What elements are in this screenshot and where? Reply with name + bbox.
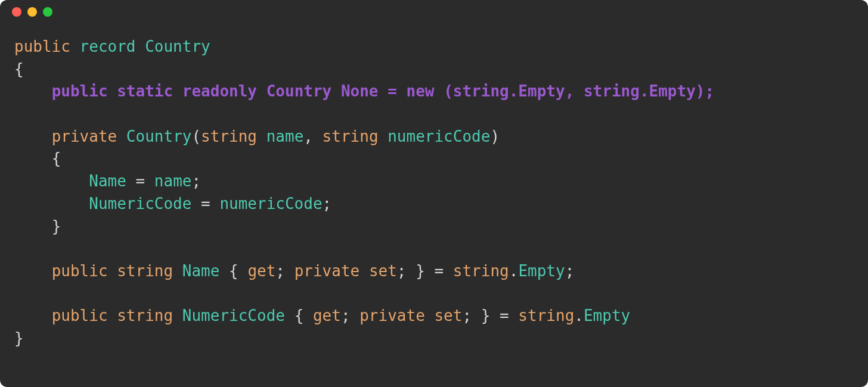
semi: ; <box>191 172 201 190</box>
semi: ; <box>275 262 285 280</box>
brace: } <box>416 262 425 280</box>
type-string: string <box>201 127 257 145</box>
semi: ; <box>565 262 575 280</box>
param-numericcode: numericCode <box>388 127 490 145</box>
keyword-private: private <box>294 262 360 280</box>
type-string: string <box>117 262 173 280</box>
keyword-set: set <box>369 262 397 280</box>
titlebar <box>0 0 868 24</box>
keyword-new: new <box>407 82 435 100</box>
brace: { <box>229 262 238 280</box>
dot: . <box>574 307 584 324</box>
keyword-set: set <box>434 307 462 324</box>
type-country: Country <box>266 82 332 100</box>
type-string: string <box>518 307 574 324</box>
brace: { <box>14 60 24 78</box>
semi: ; <box>705 82 714 100</box>
op-eq: = <box>388 82 397 100</box>
code-window: public record Country { public static re… <box>0 0 868 387</box>
semi: ; <box>397 262 407 280</box>
dot: . <box>640 82 649 100</box>
brace: { <box>294 307 304 324</box>
prop-empty: Empty <box>584 307 630 324</box>
minimize-icon[interactable] <box>27 7 37 17</box>
keyword-static: static <box>117 82 173 100</box>
brace: { <box>52 149 61 167</box>
param-name: name <box>266 127 304 145</box>
brace: } <box>481 307 491 324</box>
keyword-public: public <box>52 262 108 280</box>
semi: ; <box>341 307 351 324</box>
paren: ( <box>191 127 201 145</box>
dot: . <box>509 82 519 100</box>
type-country: Country <box>126 127 192 145</box>
prop-name: Name <box>89 172 126 190</box>
paren: ) <box>696 82 705 100</box>
keyword-readonly: readonly <box>182 82 257 100</box>
type-string: string <box>323 127 379 145</box>
field-none: None <box>341 82 379 100</box>
close-icon[interactable] <box>12 7 21 17</box>
prop-numericcode: NumericCode <box>182 307 285 324</box>
brace: } <box>52 217 61 235</box>
keyword-public: public <box>14 38 70 55</box>
paren: ( <box>444 82 453 100</box>
keyword-record: record <box>80 38 136 55</box>
keyword-private: private <box>52 127 117 145</box>
maximize-icon[interactable] <box>43 7 52 17</box>
type-string: string <box>117 307 173 324</box>
param-numericcode: numericCode <box>219 195 322 213</box>
paren: ) <box>490 127 500 145</box>
op-eq: = <box>434 262 444 280</box>
keyword-get: get <box>247 262 275 280</box>
keyword-public: public <box>52 82 108 100</box>
type-country: Country <box>145 38 210 55</box>
param-name: name <box>154 172 192 190</box>
op-eq: = <box>201 195 210 213</box>
code-editor[interactable]: public record Country { public static re… <box>0 24 868 364</box>
semi: ; <box>323 195 332 213</box>
type-string: string <box>453 262 509 280</box>
semi: ; <box>462 307 472 324</box>
type-string: string <box>453 82 509 100</box>
op-eq: = <box>136 172 145 190</box>
keyword-public: public <box>52 307 108 324</box>
comma: , <box>565 82 575 100</box>
dot: . <box>509 262 519 280</box>
type-string: string <box>584 82 640 100</box>
prop-name: Name <box>182 262 220 280</box>
prop-numericcode: NumericCode <box>89 195 191 213</box>
prop-empty: Empty <box>518 262 565 280</box>
comma: , <box>303 127 313 145</box>
prop-empty: Empty <box>518 82 565 100</box>
keyword-get: get <box>313 307 341 324</box>
prop-empty: Empty <box>649 82 696 100</box>
keyword-private: private <box>359 307 425 324</box>
op-eq: = <box>500 307 509 324</box>
brace: } <box>14 329 24 347</box>
